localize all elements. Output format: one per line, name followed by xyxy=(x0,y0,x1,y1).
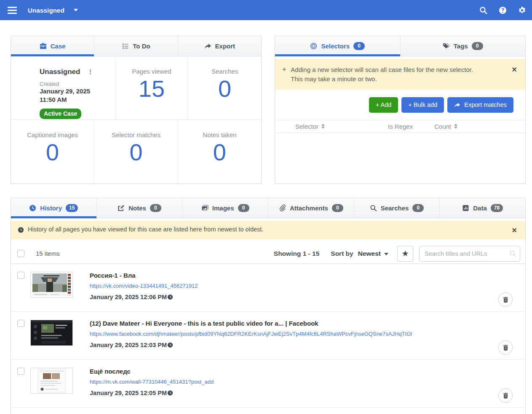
sort-dropdown[interactable]: Newest xyxy=(358,250,388,257)
history-date: January 29, 2025 12:05 PM xyxy=(90,390,167,396)
note-edit-icon xyxy=(118,204,125,212)
gear-icon[interactable] xyxy=(518,6,526,14)
tab-export[interactable]: Export xyxy=(178,36,261,56)
sort-arrows-icon[interactable] xyxy=(454,124,457,129)
help-icon[interactable] xyxy=(499,6,507,14)
kebab-menu-icon[interactable]: ⋮ xyxy=(87,68,94,76)
history-row: Ещё последс https://m.vk.com/wall-773104… xyxy=(11,360,525,408)
tags-icon xyxy=(443,42,450,50)
favorites-filter-button[interactable]: ★ xyxy=(397,246,413,262)
tab-todo[interactable]: To Do xyxy=(94,36,178,56)
clock-icon xyxy=(167,390,173,396)
stat-label: Notes taken xyxy=(178,131,261,138)
todo-list-icon xyxy=(122,42,129,50)
briefcase-icon xyxy=(40,42,47,50)
plus-icon: + xyxy=(282,66,286,73)
items-count: 15 items xyxy=(36,250,60,257)
created-label: Created xyxy=(40,81,112,87)
stat-value: 15 xyxy=(115,76,188,102)
history-thumbnail[interactable] xyxy=(30,272,73,298)
tab-todo-label: To Do xyxy=(133,42,150,50)
stat-label: Pages viewed xyxy=(115,68,188,75)
tab-case-label: Case xyxy=(51,42,66,50)
stat-value: 0 xyxy=(11,139,94,165)
active-tab-underline xyxy=(11,54,94,56)
delete-button[interactable] xyxy=(498,292,513,307)
active-tab-underline xyxy=(275,54,400,56)
tab-case[interactable]: Case xyxy=(11,36,94,56)
tab-tags[interactable]: Tags 0 xyxy=(401,36,526,56)
tab-tags-count: 0 xyxy=(472,42,483,50)
stat-value: 0 xyxy=(188,76,261,102)
tab-export-label: Export xyxy=(215,42,235,50)
clock-icon xyxy=(167,294,173,300)
column-count: Count xyxy=(434,123,451,130)
created-time: 11:50 AM xyxy=(40,96,112,104)
delete-button[interactable] xyxy=(498,388,513,403)
export-matches-button[interactable]: Export matches xyxy=(447,97,513,113)
images-icon xyxy=(201,204,209,212)
add-selector-button[interactable]: + Add xyxy=(369,97,398,113)
tab-images-label: Images xyxy=(212,204,234,212)
selector-alert-text: Adding a new selector will scan all case… xyxy=(291,65,482,84)
stat-label: Searches xyxy=(188,68,261,75)
data-chart-icon xyxy=(462,204,469,212)
close-icon[interactable]: × xyxy=(512,65,517,74)
selectors-card-tabbar: Selectors 0 Tags 0 xyxy=(275,36,525,56)
search-input[interactable] xyxy=(419,246,520,262)
tab-selectors-label: Selectors xyxy=(321,42,350,50)
case-name: Unassigned xyxy=(40,68,80,76)
trash-icon xyxy=(503,297,509,303)
selectors-card: Selectors 0 Tags 0 + Adding a new select… xyxy=(275,36,526,184)
history-card-tabbar: History 15 Notes 0 Images 0 Attachments … xyxy=(11,198,525,218)
tab-attachments[interactable]: Attachments 0 xyxy=(268,198,354,218)
bulk-add-button[interactable]: + Bulk add xyxy=(401,97,444,113)
case-selector-dropdown[interactable]: Unassigned xyxy=(28,7,78,14)
tab-notes-count: 0 xyxy=(150,204,161,212)
active-tab-underline xyxy=(11,216,96,218)
close-icon[interactable]: × xyxy=(512,226,517,234)
add-selector-label: + Add xyxy=(376,101,392,108)
history-alert: History of all pages you have viewed for… xyxy=(11,221,525,239)
column-selector: Selector xyxy=(295,123,318,130)
sort-by-label: Sort by xyxy=(331,250,353,257)
column-is-regex: Is Regex xyxy=(388,123,413,130)
history-url-link[interactable]: https://vk.com/video-133441491_456271912 xyxy=(90,283,198,289)
tab-history[interactable]: History 15 xyxy=(11,198,97,218)
delete-button[interactable] xyxy=(498,340,513,355)
stat-value: 0 xyxy=(94,139,177,165)
history-thumbnail[interactable] xyxy=(30,320,73,346)
hamburger-icon[interactable] xyxy=(8,7,17,14)
row-checkbox[interactable] xyxy=(17,320,24,327)
tab-searches[interactable]: Searches 0 xyxy=(354,198,440,218)
tab-images[interactable]: Images 0 xyxy=(182,198,268,218)
trash-icon xyxy=(503,393,509,399)
sort-arrows-icon[interactable] xyxy=(321,124,325,129)
history-thumbnail[interactable] xyxy=(30,368,73,394)
tab-data-label: Data xyxy=(473,204,487,212)
paperclip-icon xyxy=(279,204,286,212)
export-arrow-icon xyxy=(204,42,211,50)
history-card: History 15 Notes 0 Images 0 Attachments … xyxy=(11,198,526,414)
history-alert-text: History of all pages you have viewed for… xyxy=(28,226,263,233)
row-checkbox[interactable] xyxy=(17,368,24,375)
history-toolbar: 15 items Showing 1 - 15 Sort by Newest ★ xyxy=(11,244,525,264)
stat-captioned-images: Captioned images 0 xyxy=(11,120,94,183)
tab-notes[interactable]: Notes 0 xyxy=(97,198,183,218)
history-title: Россия-1 - Вла xyxy=(90,272,198,279)
bullseye-icon xyxy=(310,42,317,50)
tab-history-label: History xyxy=(40,204,62,212)
export-arrow-icon xyxy=(454,102,460,108)
search-icon xyxy=(370,204,377,212)
history-url-link[interactable]: https://www.facebook.com/djhmateer/posts… xyxy=(90,331,412,337)
created-date: January 29, 2025 xyxy=(40,87,112,96)
tab-searches-label: Searches xyxy=(381,204,409,212)
search-icon[interactable] xyxy=(479,6,487,14)
history-row: Россия-1 - Вла https://vk.com/video-1334… xyxy=(11,264,525,312)
select-all-checkbox[interactable] xyxy=(17,250,24,257)
tab-attachments-label: Attachments xyxy=(290,204,328,212)
tab-selectors[interactable]: Selectors 0 xyxy=(275,36,401,56)
row-checkbox[interactable] xyxy=(17,272,24,279)
history-url-link[interactable]: https://m.vk.com/wall-77310446_451431?po… xyxy=(90,379,214,385)
tab-data[interactable]: Data 78 xyxy=(440,198,525,218)
